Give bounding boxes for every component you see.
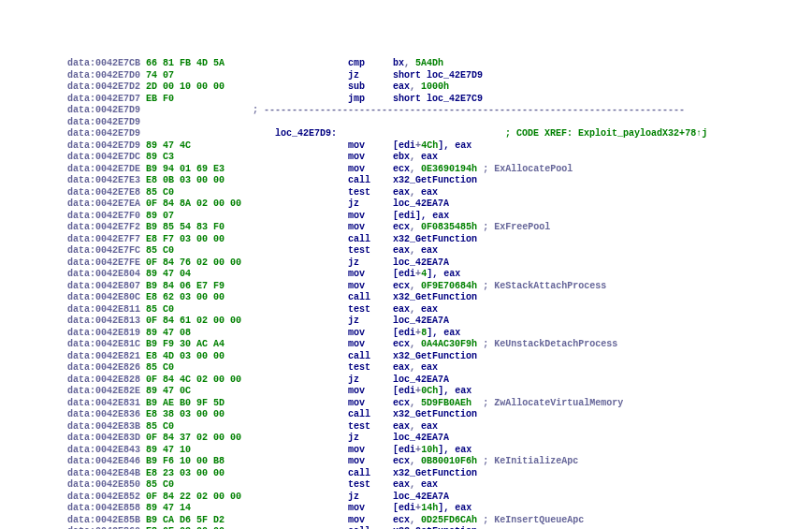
asm-line[interactable]: data:0042E836 E8 38 03 00 00 call x32_Ge… bbox=[67, 409, 812, 421]
asm-line[interactable]: data:0042E7E3 E8 0B 03 00 00 call x32_Ge… bbox=[67, 175, 812, 187]
disassembly-listing: data:0042E7CB 66 81 FB 4D 5A cmp bx, 5A4… bbox=[67, 58, 812, 529]
asm-line[interactable]: data:0042E83B 85 C0 test eax, eax bbox=[67, 421, 812, 433]
asm-line[interactable]: data:0042E804 89 47 04 mov [edi+4], eax bbox=[67, 269, 812, 281]
asm-line[interactable]: data:0042E7EA 0F 84 8A 02 00 00 jz loc_4… bbox=[67, 198, 812, 211]
asm-line[interactable]: data:0042E7D9 bbox=[67, 117, 812, 129]
asm-line[interactable]: data:0042E7FE 0F 84 76 02 00 00 jz loc_4… bbox=[67, 257, 812, 270]
asm-line[interactable]: data:0042E7CB 66 81 FB 4D 5A cmp bx, 5A4… bbox=[67, 58, 812, 70]
asm-line[interactable]: data:0042E83D 0F 84 37 02 00 00 jz loc_4… bbox=[67, 433, 812, 445]
xref-comment: ; CODE XREF: Exploit_payloadX32+78↑j bbox=[505, 128, 707, 139]
asm-line[interactable]: data:0042E7D0 74 07 jz short loc_42E7D9 bbox=[67, 70, 812, 82]
asm-line[interactable]: data:0042E850 85 C0 test eax, eax bbox=[67, 479, 812, 492]
asm-line[interactable]: data:0042E858 89 47 14 mov [edi+14h], ea… bbox=[67, 503, 812, 515]
asm-line[interactable]: data:0042E7D2 2D 00 10 00 00 sub eax, 10… bbox=[67, 81, 812, 94]
asm-line[interactable]: data:0042E7F0 89 07 mov [edi], eax bbox=[67, 211, 812, 223]
asm-line[interactable]: data:0042E84B E8 23 03 00 00 call x32_Ge… bbox=[67, 468, 812, 480]
asm-line[interactable]: data:0042E81C B9 F9 30 AC A4 mov ecx, 0A… bbox=[67, 339, 812, 351]
asm-line[interactable]: data:0042E811 85 C0 test eax, eax bbox=[67, 304, 812, 316]
asm-line[interactable]: data:0042E7D9 loc_42E7D9: ; CODE XREF: E… bbox=[67, 128, 812, 140]
asm-line[interactable]: data:0042E7D9 89 47 4C mov [edi+4Ch], ea… bbox=[67, 140, 812, 153]
asm-line[interactable]: data:0042E7D7 EB F0 jmp short loc_42E7C9 bbox=[67, 94, 812, 106]
asm-line[interactable]: data:0042E82E 89 47 0C mov [edi+0Ch], ea… bbox=[67, 386, 812, 398]
asm-line[interactable]: data:0042E7E8 85 C0 test eax, eax bbox=[67, 187, 812, 199]
asm-line[interactable]: data:0042E7DC 89 C3 mov ebx, eax bbox=[67, 152, 812, 164]
asm-line[interactable]: data:0042E807 B9 84 06 E7 F9 mov ecx, 0F… bbox=[67, 281, 812, 293]
asm-line[interactable]: data:0042E821 E8 4D 03 00 00 call x32_Ge… bbox=[67, 351, 812, 363]
asm-line[interactable]: data:0042E7FC 85 C0 test eax, eax bbox=[67, 245, 812, 257]
asm-line[interactable]: data:0042E826 85 C0 test eax, eax bbox=[67, 362, 812, 375]
asm-line[interactable]: data:0042E828 0F 84 4C 02 00 00 jz loc_4… bbox=[67, 375, 812, 387]
asm-line[interactable]: data:0042E831 B9 AE B0 9F 5D mov ecx, 5D… bbox=[67, 398, 812, 410]
asm-line[interactable]: data:0042E852 0F 84 22 02 00 00 jz loc_4… bbox=[67, 492, 812, 504]
asm-line[interactable]: data:0042E843 89 47 10 mov [edi+10h], ea… bbox=[67, 445, 812, 457]
asm-line[interactable]: data:0042E7F7 E8 F7 03 00 00 call x32_Ge… bbox=[67, 234, 812, 246]
asm-line[interactable]: data:0042E819 89 47 08 mov [edi+8], eax bbox=[67, 328, 812, 340]
asm-line[interactable]: data:0042E7F2 B9 85 54 83 F0 mov ecx, 0F… bbox=[67, 222, 812, 234]
asm-line[interactable]: data:0042E7DE B9 94 01 69 E3 mov ecx, 0E… bbox=[67, 164, 812, 176]
asm-line[interactable]: data:0042E846 B9 F6 10 00 B8 mov ecx, 0B… bbox=[67, 456, 812, 468]
asm-line[interactable]: data:0042E813 0F 84 61 02 00 00 jz loc_4… bbox=[67, 316, 812, 328]
asm-line[interactable]: data:0042E85B B9 CA D6 5F D2 mov ecx, 0D… bbox=[67, 515, 812, 527]
asm-line[interactable]: data:0042E7D9 ; ------------------------… bbox=[67, 105, 812, 117]
asm-line[interactable]: data:0042E80C E8 62 03 00 00 call x32_Ge… bbox=[67, 292, 812, 304]
